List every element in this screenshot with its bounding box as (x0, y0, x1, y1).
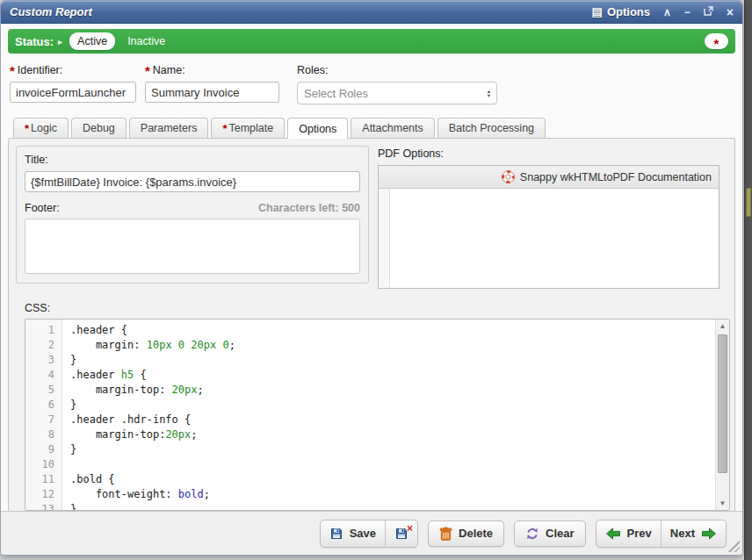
pdf-options-content[interactable] (379, 189, 719, 288)
pdf-editor-gutter (379, 189, 390, 288)
prev-button[interactable]: Prev (597, 521, 661, 547)
pdf-options-section: PDF Options: Snappy wkHTMLtoPDF Document… (378, 146, 719, 289)
pdf-options-label: PDF Options: (378, 147, 719, 160)
lifebuoy-icon (502, 170, 515, 183)
line-number: 2 (25, 338, 61, 353)
required-icon: * (145, 63, 150, 78)
status-label: Status: (15, 35, 54, 48)
pdf-doc-link[interactable]: Snappy wkHTMLtoPDF Documentation (379, 166, 719, 189)
next-button[interactable]: Next (661, 521, 726, 547)
collapse-button[interactable]: ∧ (663, 7, 671, 18)
tab-debug[interactable]: Debug (71, 118, 127, 138)
dialog-titlebar[interactable]: Custom Report ▤ Options ∧ − × (1, 1, 742, 24)
line-number: 10 (25, 457, 61, 472)
tab-template[interactable]: *Template (211, 118, 285, 138)
delete-button-label: Delete (459, 527, 493, 540)
code-line: font-weight: bold; (70, 487, 714, 502)
line-number: 12 (25, 487, 61, 502)
tab-logic[interactable]: *Logic (13, 118, 69, 138)
code-line: } (70, 353, 714, 368)
refresh-icon (525, 527, 539, 541)
list-icon: ▤ (592, 5, 603, 18)
close-button[interactable]: × (727, 6, 734, 18)
status-required-button[interactable]: * (705, 33, 728, 49)
delete-button[interactable]: Delete (428, 521, 504, 547)
line-number: 13 (25, 502, 61, 510)
title-input[interactable] (25, 171, 360, 192)
tab-label: Parameters (141, 122, 198, 134)
scroll-down-arrow-icon[interactable]: ▼ (716, 497, 729, 510)
popout-icon (704, 6, 713, 16)
tab-label: Logic (31, 122, 57, 134)
css-code[interactable]: .header { margin: 10px 0 20px 0;}.header… (63, 319, 714, 510)
footer-textarea[interactable] (25, 219, 360, 274)
minimize-button[interactable]: − (684, 7, 691, 18)
identifier-field: *Identifier: (10, 64, 136, 104)
clear-button-label: Clear (546, 527, 575, 540)
scroll-up-arrow-icon[interactable]: ▲ (716, 319, 729, 333)
pdf-editor-area[interactable] (390, 189, 719, 288)
css-editor-scrollbar[interactable]: ▲ ▼ (715, 319, 729, 510)
code-line: margin: 10px 0 20px 0; (70, 338, 714, 353)
clear-button[interactable]: Clear (514, 521, 586, 547)
tab-parameters[interactable]: Parameters (129, 118, 209, 138)
code-line: margin-top: 20px; (70, 383, 714, 398)
save-button-group: Save × (320, 520, 418, 548)
dialog-footer: Save × (1, 511, 742, 555)
tab-label: Batch Processing (449, 122, 534, 134)
save-close-button[interactable]: × (385, 521, 417, 547)
css-gutter: 12345678910111213 (25, 319, 62, 510)
custom-report-dialog: Custom Report ▤ Options ∧ − × Status: ▸ … (0, 0, 743, 556)
line-number: 5 (25, 383, 61, 398)
code-line: } (70, 398, 714, 413)
line-number: 1 (25, 323, 61, 338)
status-inactive-button[interactable]: Inactive (127, 35, 165, 47)
report-form-row: *Identifier: *Name: Roles: Select Roles … (1, 61, 742, 104)
code-line: } (70, 502, 714, 510)
page-scroll-marker (746, 188, 751, 217)
line-number: 6 (25, 398, 61, 413)
save-button[interactable]: Save (321, 521, 385, 547)
line-number: 11 (25, 472, 61, 487)
trash-icon (439, 527, 452, 541)
name-input[interactable] (145, 82, 279, 103)
roles-select[interactable]: Select Roles ▴▾ (297, 82, 497, 104)
options-menu-label: Options (607, 5, 650, 18)
status-active-button[interactable]: Active (69, 32, 115, 50)
title-label: Title: (25, 154, 360, 166)
prev-button-label: Prev (627, 527, 652, 540)
roles-select-value: Select Roles (304, 87, 368, 100)
arrow-left-icon (605, 528, 621, 540)
dialog-title: Custom Report (10, 5, 92, 18)
page-scrollbar[interactable] (744, 0, 752, 560)
save-button-label: Save (350, 527, 376, 540)
options-menu-button[interactable]: ▤ Options (592, 5, 650, 18)
prev-next-button-group: Prev Next (596, 520, 727, 548)
tab-options[interactable]: Options (287, 118, 348, 139)
tab-label: Debug (83, 122, 115, 134)
next-button-label: Next (670, 527, 695, 540)
tab-batch-processing[interactable]: Batch Processing (437, 118, 546, 138)
line-number: 9 (25, 442, 61, 457)
roles-field: Roles: Select Roles ▴▾ (297, 64, 497, 104)
options-tab-panel: Title: Footer: Characters left: 500 PDF … (8, 138, 735, 512)
roles-label: Roles: (297, 64, 497, 76)
required-icon: * (10, 63, 15, 78)
identifier-input[interactable] (10, 82, 136, 103)
css-label: CSS: (25, 302, 730, 314)
footer-label: Footer: (25, 202, 60, 214)
popout-button[interactable] (704, 6, 713, 18)
code-line (70, 457, 714, 472)
arrow-right-icon (701, 528, 717, 540)
tab-attachments[interactable]: Attachments (351, 118, 434, 138)
line-number: 4 (25, 368, 61, 383)
name-label: *Name: (145, 64, 279, 76)
tab-label: Template (228, 122, 273, 134)
code-line: .header { (70, 323, 714, 338)
status-arrow-icon: ▸ (58, 37, 62, 47)
scrollbar-thumb[interactable] (718, 334, 727, 473)
status-bar: Status: ▸ Active Inactive * (8, 29, 735, 54)
required-icon: * (25, 126, 29, 133)
line-number: 7 (25, 413, 61, 427)
line-number: 3 (25, 353, 61, 368)
